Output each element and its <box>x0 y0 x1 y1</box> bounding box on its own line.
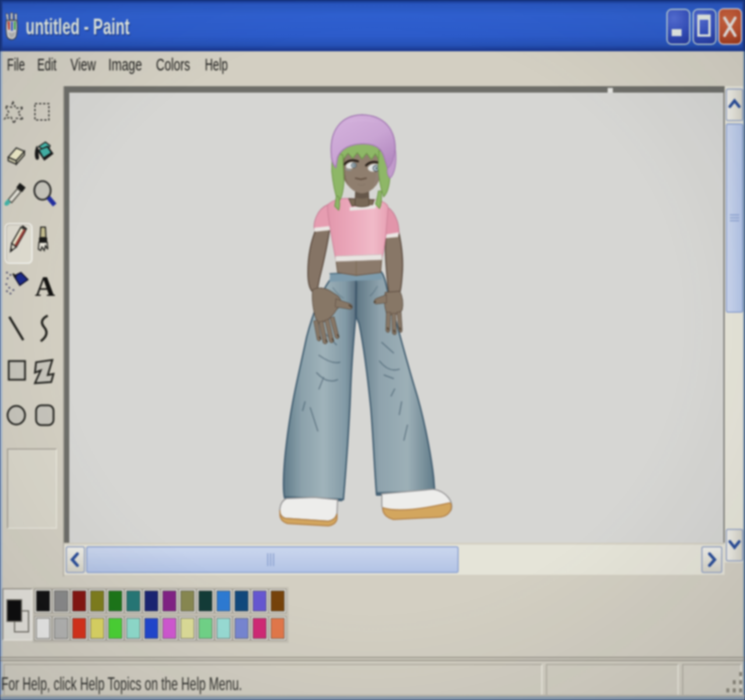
svg-text:A: A <box>35 271 55 302</box>
